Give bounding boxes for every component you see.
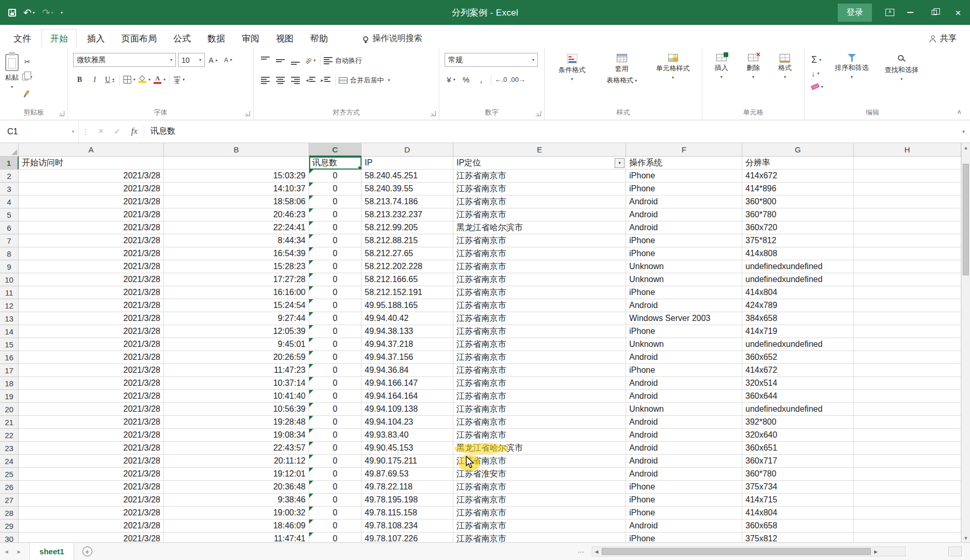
cell-G1[interactable]: 分辨率 [742, 157, 854, 170]
cell-D2[interactable]: 58.240.45.251 [362, 170, 453, 183]
cell-H20[interactable] [854, 403, 961, 416]
fill-color-button[interactable]: ▾ [138, 73, 151, 86]
cell-A20[interactable]: 2021/3/28 [19, 403, 164, 416]
cell-D24[interactable]: 49.90.175.211 [362, 455, 453, 468]
cell-D25[interactable]: 49.87.69.53 [362, 468, 453, 481]
cell-E27[interactable]: 江苏省南京市 [453, 494, 626, 507]
cell-G2[interactable]: 414x672 [742, 170, 854, 183]
chevron-down-icon[interactable]: ▾ [113, 77, 115, 82]
tab-home[interactable]: 开始 [41, 29, 77, 48]
formula-bar-splitter[interactable]: ⋮ [79, 128, 92, 136]
cell-B13[interactable]: 9:27:44 [164, 312, 309, 325]
cell-D23[interactable]: 49.90.45.153 [362, 442, 453, 455]
scroll-right-icon[interactable]: ▶ [872, 549, 880, 554]
cell-C2[interactable]: 0 [309, 170, 362, 183]
bottom-align-button[interactable] [289, 54, 302, 67]
font-size-combo[interactable]: 10 ▾ [178, 53, 205, 67]
alignment-dialog-launcher[interactable] [431, 111, 436, 116]
cell-D1[interactable]: IP [362, 157, 453, 170]
row-header-1[interactable]: 1 [0, 157, 19, 170]
cell-B7[interactable]: 8:44:34 [164, 234, 309, 247]
cell-E28[interactable]: 江苏省南京市 [453, 507, 626, 520]
cell-C21[interactable]: 0 [309, 416, 362, 429]
cell-B23[interactable]: 22:43:57 [164, 442, 309, 455]
find-select-button[interactable]: 查找和选择 ▾ [879, 50, 924, 81]
column-header-A[interactable]: A [19, 143, 164, 157]
cell-H5[interactable] [854, 208, 961, 221]
cell-F23[interactable]: Android [626, 442, 742, 455]
increase-font-size-button[interactable]: A▲ [207, 53, 220, 66]
clear-button[interactable]: ▾ [810, 81, 825, 92]
cell-D19[interactable]: 49.94.164.164 [362, 390, 453, 403]
cell-H16[interactable] [854, 351, 961, 364]
cell-F8[interactable]: iPhone [626, 247, 742, 260]
cell-C4[interactable]: 0 [309, 195, 362, 208]
cell-G12[interactable]: 424x789 [742, 299, 854, 312]
cell-E11[interactable]: 江苏省南京市 [453, 286, 626, 299]
cell-F18[interactable]: Android [626, 377, 742, 390]
tab-insert[interactable]: 插入 [81, 30, 111, 48]
cell-D8[interactable]: 58.212.27.65 [362, 247, 453, 260]
tab-data[interactable]: 数据 [201, 30, 231, 48]
tab-view[interactable]: 视图 [270, 30, 300, 48]
cell-H4[interactable] [854, 195, 961, 208]
cell-D10[interactable]: 58.212.166.65 [362, 273, 453, 286]
comma-style-button[interactable]: , [475, 73, 488, 86]
cell-D14[interactable]: 49.94.38.133 [362, 325, 453, 338]
cell-E3[interactable]: 江苏省南京市 [453, 183, 626, 195]
row-header-27[interactable]: 27 [0, 494, 19, 507]
font-dialog-launcher[interactable] [245, 111, 250, 116]
cell-G18[interactable]: 320x514 [742, 377, 854, 390]
cell-G23[interactable]: 360x651 [742, 442, 854, 455]
middle-align-button[interactable] [274, 54, 287, 67]
cell-D20[interactable]: 49.94.109.138 [362, 403, 453, 416]
cell-C15[interactable]: 0 [309, 338, 362, 351]
row-header-25[interactable]: 25 [0, 468, 19, 481]
cell-A15[interactable]: 2021/3/28 [19, 338, 164, 351]
tab-page-layout[interactable]: 页面布局 [115, 30, 163, 48]
cell-B1[interactable] [164, 157, 309, 170]
cell-D7[interactable]: 58.212.88.215 [362, 234, 453, 247]
copy-button[interactable]: ▾ [21, 71, 34, 83]
cell-E6[interactable]: 黑龙江省哈尔滨市 [453, 221, 626, 234]
cell-H3[interactable] [854, 183, 961, 195]
cell-C7[interactable]: 0 [309, 234, 362, 247]
horizontal-scrollbar[interactable]: ◀ ▶ [592, 547, 906, 556]
chevron-down-icon[interactable]: ▾ [51, 10, 53, 15]
cell-B15[interactable]: 9:45:01 [164, 338, 309, 351]
align-right-button[interactable] [289, 74, 302, 87]
cell-F10[interactable]: Unknown [626, 273, 742, 286]
row-header-4[interactable]: 4 [0, 195, 19, 208]
sheet-bar-corner-box[interactable] [948, 547, 962, 556]
cell-E8[interactable]: 江苏省南京市 [453, 247, 626, 260]
cell-B9[interactable]: 15:28:23 [164, 260, 309, 273]
cell-G15[interactable]: undefinedxundefined [742, 338, 854, 351]
cell-B27[interactable]: 9:38:46 [164, 494, 309, 507]
cell-C9[interactable]: 0 [309, 260, 362, 273]
row-header-29[interactable]: 29 [0, 520, 19, 533]
minimize-button[interactable] [898, 0, 922, 25]
cell-D18[interactable]: 49.94.166.147 [362, 377, 453, 390]
cell-E21[interactable]: 江苏省南京市 [453, 416, 626, 429]
cell-F1[interactable]: 操作系统 [626, 157, 742, 170]
cell-H21[interactable] [854, 416, 961, 429]
underline-button[interactable]: U▾ [103, 73, 116, 86]
cell-G13[interactable]: 384x658 [742, 312, 854, 325]
decrease-indent-button[interactable]: ◂ [304, 74, 317, 87]
ribbon-display-options-icon[interactable]: ∧ [885, 9, 894, 16]
cell-B20[interactable]: 10:56:39 [164, 403, 309, 416]
cell-E26[interactable]: 江苏省南京市 [453, 481, 626, 494]
cell-F17[interactable]: iPhone [626, 364, 742, 377]
cell-G26[interactable]: 375x734 [742, 481, 854, 494]
sheet-tab-sheet1[interactable]: sheet1 [30, 543, 74, 560]
align-left-button[interactable] [259, 74, 272, 87]
cell-E13[interactable]: 江苏省南京市 [453, 312, 626, 325]
column-header-H[interactable]: H [854, 143, 961, 157]
font-color-button[interactable]: A▾ [153, 73, 166, 86]
cell-D27[interactable]: 49.78.195.198 [362, 494, 453, 507]
cell-A7[interactable]: 2021/3/28 [19, 234, 164, 247]
number-format-combo[interactable]: 常规 ▾ [445, 53, 538, 67]
paste-button[interactable]: 粘贴 ▾ [5, 50, 19, 89]
cell-G11[interactable]: 414x804 [742, 286, 854, 299]
row-header-11[interactable]: 11 [0, 286, 19, 299]
